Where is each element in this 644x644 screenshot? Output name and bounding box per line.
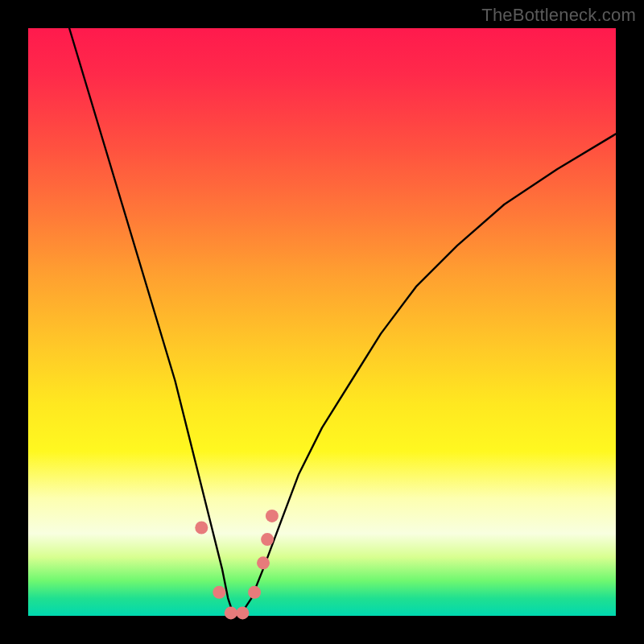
marker-points [195, 510, 279, 620]
marker-dot [261, 533, 274, 546]
chart-svg [28, 28, 616, 616]
marker-dot [248, 586, 261, 599]
marker-dot [257, 556, 270, 569]
watermark-text: TheBottleneck.com [481, 5, 636, 26]
marker-dot [236, 606, 249, 619]
bottleneck-curve [69, 28, 616, 616]
marker-dot [213, 586, 225, 599]
marker-dot [225, 606, 237, 619]
plot-area [28, 28, 616, 616]
marker-dot [195, 522, 208, 535]
marker-dot [266, 510, 279, 522]
chart-frame: TheBottleneck.com [0, 0, 644, 644]
